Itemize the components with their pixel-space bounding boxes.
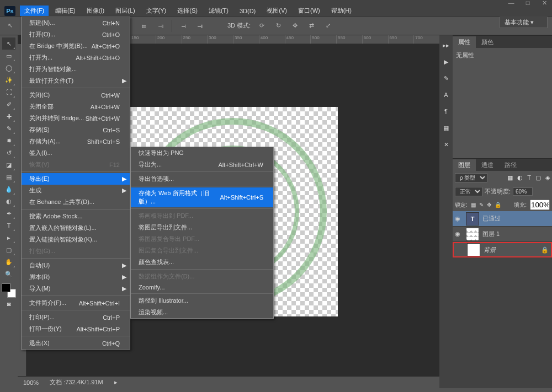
filter-adjust-icon[interactable]: ◐ bbox=[517, 174, 523, 181]
path-selection-tool[interactable]: ▸ bbox=[2, 232, 15, 244]
workspace-switcher[interactable]: 基本功能 ▾ bbox=[500, 17, 548, 28]
swatches-panel-icon[interactable]: ▦ bbox=[442, 123, 450, 132]
visibility-toggle[interactable]: ◉ bbox=[455, 230, 463, 238]
file-menu-item[interactable]: 导入(M)▶ bbox=[22, 283, 130, 294]
menu-edit[interactable]: 编辑(E) bbox=[51, 6, 80, 16]
tab-paths[interactable]: 路径 bbox=[499, 159, 522, 171]
file-menu-item[interactable]: 关闭(C)Ctrl+W bbox=[22, 89, 130, 101]
menu-window[interactable]: 窗口(W) bbox=[294, 6, 325, 16]
menu-file[interactable]: 文件(F) bbox=[20, 6, 49, 16]
filter-type-icon[interactable]: T bbox=[527, 174, 531, 181]
file-menu-item[interactable]: 打印一份(Y)Alt+Shift+Ctrl+P bbox=[22, 323, 130, 335]
menu-filter[interactable]: 滤镜(T) bbox=[204, 6, 233, 16]
menu-view[interactable]: 视图(V) bbox=[262, 6, 291, 16]
file-menu-item[interactable]: 置入嵌入的智能对象(L)... bbox=[22, 222, 130, 234]
eyedropper-tool[interactable]: ✐ bbox=[2, 98, 15, 110]
minimize-button[interactable]: — bbox=[508, 0, 514, 6]
distribute-v-icon[interactable]: ⫥ bbox=[194, 20, 205, 31]
hand-tool[interactable]: ✋ bbox=[2, 256, 15, 268]
file-menu-item[interactable]: 存储为(A)...Shift+Ctrl+S bbox=[22, 136, 130, 147]
export-submenu-item[interactable]: 存储为 Web 所用格式（旧版）...Alt+Shift+Ctrl+S bbox=[131, 187, 273, 207]
file-menu-item[interactable]: 存储(S)Ctrl+S bbox=[22, 124, 130, 136]
menu-help[interactable]: 帮助(H) bbox=[327, 6, 356, 16]
file-menu-item[interactable]: 最近打开文件(T)▶ bbox=[22, 75, 130, 87]
filter-smart-icon[interactable]: ◈ bbox=[545, 174, 550, 181]
export-submenu-item[interactable]: 快速导出为 PNG bbox=[131, 147, 273, 159]
move-tool[interactable]: ↖ bbox=[2, 37, 15, 50]
export-submenu-item[interactable]: 渲染视频... bbox=[131, 307, 273, 318]
layer-name[interactable]: 背景 bbox=[484, 246, 496, 254]
menu-image[interactable]: 图像(I) bbox=[82, 6, 109, 16]
layer-kind-filter[interactable]: ρ 类型 bbox=[455, 173, 487, 182]
layer-thumbnail[interactable]: T bbox=[466, 212, 479, 225]
pan-3d-icon[interactable]: ✥ bbox=[289, 20, 300, 31]
slide-3d-icon[interactable]: ⇄ bbox=[306, 20, 317, 31]
crop-tool[interactable]: ⛶ bbox=[2, 86, 15, 98]
layer-thumbnail[interactable] bbox=[467, 243, 480, 256]
file-menu-item[interactable]: 打开为...Alt+Shift+Ctrl+O bbox=[22, 52, 130, 63]
align-middle-icon[interactable]: ⫢ bbox=[139, 20, 150, 31]
layer-row-background[interactable]: 背景 🔒 bbox=[453, 242, 552, 257]
file-menu-item[interactable]: 签入(I)... bbox=[22, 147, 130, 159]
character-panel-icon[interactable]: A bbox=[442, 90, 450, 99]
opacity-input[interactable] bbox=[513, 187, 533, 196]
brushes-panel-icon[interactable]: ✎ bbox=[442, 74, 450, 83]
file-menu-item[interactable]: 文件简介(F)...Alt+Shift+Ctrl+I bbox=[22, 297, 130, 309]
distribute-h-icon[interactable]: ⫤ bbox=[178, 20, 189, 31]
file-menu-item[interactable]: 打开为智能对象... bbox=[22, 63, 130, 75]
file-menu-item[interactable]: 关闭全部Alt+Ctrl+W bbox=[22, 101, 130, 112]
quick-mask-toggle[interactable]: ◙ bbox=[2, 298, 15, 310]
close-button[interactable]: ✕ bbox=[541, 0, 548, 6]
lock-all-icon[interactable]: 🔒 bbox=[495, 202, 501, 208]
file-menu-item[interactable]: 自动(U)▶ bbox=[22, 260, 130, 271]
maximize-button[interactable]: □ bbox=[524, 0, 531, 6]
history-panel-icon[interactable]: ▸▸ bbox=[442, 41, 450, 50]
filter-shape-icon[interactable]: ▢ bbox=[535, 174, 541, 181]
layer-row[interactable]: ◉ T 已通过 bbox=[453, 211, 552, 227]
lasso-tool[interactable]: ◯ bbox=[2, 62, 15, 74]
actions-panel-icon[interactable]: ▶ bbox=[442, 57, 450, 66]
roll-3d-icon[interactable]: ↻ bbox=[273, 20, 284, 31]
file-menu-item[interactable]: 脚本(R)▶ bbox=[22, 271, 130, 283]
zoom-level[interactable]: 100% bbox=[23, 379, 39, 386]
menu-select[interactable]: 选择(S) bbox=[173, 6, 202, 16]
orbit-3d-icon[interactable]: ⟳ bbox=[256, 20, 267, 31]
file-menu-item[interactable]: 关闭并转到 Bridge...Shift+Ctrl+W bbox=[22, 112, 130, 124]
layer-thumbnail[interactable] bbox=[466, 228, 479, 241]
gradient-tool[interactable]: ▤ bbox=[2, 171, 15, 183]
zoom-tool[interactable]: 🔍 bbox=[2, 268, 15, 280]
menu-type[interactable]: 文字(Y) bbox=[142, 6, 171, 16]
file-menu-item[interactable]: 退出(X)Ctrl+Q bbox=[22, 337, 130, 349]
dodge-tool[interactable]: ◐ bbox=[2, 195, 15, 207]
eraser-tool[interactable]: ◪ bbox=[2, 159, 15, 171]
foreground-color-swatch[interactable] bbox=[2, 283, 10, 292]
file-menu-item[interactable]: 在 Bridge 中浏览(B)...Alt+Ctrl+O bbox=[22, 40, 130, 52]
lock-transparency-icon[interactable]: ▦ bbox=[471, 202, 476, 208]
tab-layers[interactable]: 图层 bbox=[453, 159, 476, 171]
scale-3d-icon[interactable]: ⤢ bbox=[322, 20, 333, 31]
filter-pixel-icon[interactable]: ▦ bbox=[507, 174, 513, 181]
lock-position-icon[interactable]: ✥ bbox=[487, 202, 491, 208]
rectangle-tool[interactable]: ▢ bbox=[2, 244, 15, 256]
pen-tool[interactable]: ✒ bbox=[2, 207, 15, 219]
visibility-toggle[interactable]: ◉ bbox=[455, 215, 463, 222]
file-menu-item[interactable]: 打印(P)...Ctrl+P bbox=[22, 312, 130, 323]
type-tool[interactable]: T bbox=[2, 219, 15, 232]
blend-mode-select[interactable]: 正常 bbox=[455, 187, 482, 196]
magic-wand-tool[interactable]: ✨ bbox=[2, 74, 15, 86]
export-submenu-item[interactable]: 导出为...Alt+Shift+Ctrl+W bbox=[131, 159, 273, 170]
history-brush-tool[interactable]: ↺ bbox=[2, 147, 15, 159]
file-menu-item[interactable]: 导出(E)▶ bbox=[22, 173, 130, 185]
align-bottom-icon[interactable]: ⫣ bbox=[155, 20, 166, 31]
marquee-tool[interactable]: ▭ bbox=[2, 50, 15, 62]
doc-size-arrow[interactable]: ▸ bbox=[114, 379, 118, 386]
file-menu-item[interactable]: 打开(O)...Ctrl+O bbox=[22, 29, 130, 40]
layer-name[interactable]: 已通过 bbox=[482, 214, 501, 223]
brush-tool[interactable]: ✎ bbox=[2, 122, 15, 135]
file-menu-item[interactable]: 生成▶ bbox=[22, 185, 130, 196]
layer-name[interactable]: 图层 1 bbox=[482, 230, 500, 238]
close-panel-icon[interactable]: ✕ bbox=[442, 140, 450, 149]
tab-properties[interactable]: 属性 bbox=[453, 36, 476, 48]
export-submenu-item[interactable]: 导出首选项... bbox=[131, 173, 273, 185]
tab-channels[interactable]: 通道 bbox=[476, 159, 499, 171]
